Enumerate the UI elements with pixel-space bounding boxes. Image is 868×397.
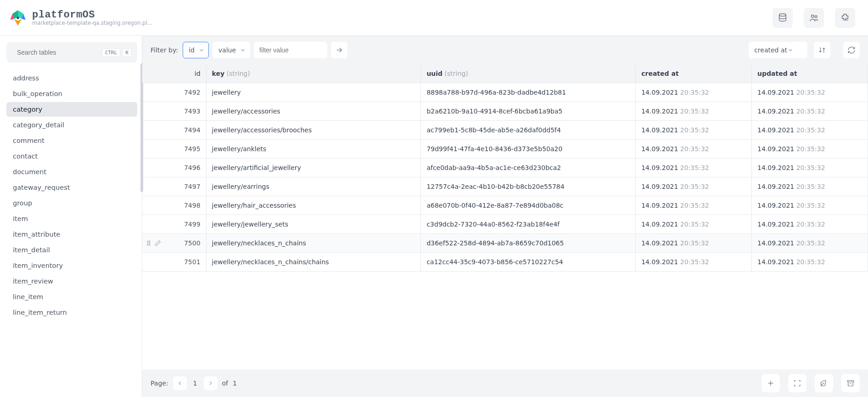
- cell-updated-at: 14.09.2021 20:35:32: [752, 121, 868, 140]
- sidebar-item-bulk_operation[interactable]: bulk_operation: [6, 86, 137, 101]
- sidebar-item-line_item_return[interactable]: line_item_return: [6, 305, 137, 320]
- cell-uuid: 8898a788-b97d-496a-823b-dadbe4d12b81: [421, 83, 636, 102]
- table-row[interactable]: 7498jewellery/hair_accessoriesa68e070b-0…: [142, 196, 868, 215]
- col-header-uuid[interactable]: uuid (string): [421, 64, 636, 83]
- data-grid[interactable]: idkey (string)uuid (string)created atupd…: [142, 64, 868, 369]
- prev-page-button[interactable]: [173, 376, 187, 390]
- cell-id: 7497: [142, 177, 206, 196]
- sidebar-item-item_inventory[interactable]: item_inventory: [6, 258, 137, 273]
- cell-created-at: 14.09.2021 20:35:32: [636, 140, 752, 159]
- cell-uuid: ca12cc44-35c9-4073-b856-ce5710227c54: [421, 253, 636, 272]
- filter-op-select[interactable]: value: [213, 42, 250, 58]
- cell-id: 7492: [142, 83, 206, 102]
- sidebar: CTRLK addressbulk_operationcategorycateg…: [0, 36, 142, 397]
- chevron-down-icon: [198, 47, 205, 53]
- apply-filter-button[interactable]: [331, 42, 347, 58]
- arrow-right-icon: [207, 380, 214, 386]
- content-panel: Filter by: id value created at: [142, 36, 868, 397]
- sort-select[interactable]: created at: [749, 42, 807, 58]
- cell-id: 7494: [142, 121, 206, 140]
- refresh-button[interactable]: [843, 42, 860, 58]
- expand-button[interactable]: [788, 374, 806, 392]
- svg-point-6: [149, 241, 150, 242]
- sidebar-item-group[interactable]: group: [6, 196, 137, 210]
- sidebar-item-item_review[interactable]: item_review: [6, 274, 137, 289]
- tables-list[interactable]: addressbulk_operationcategorycategory_de…: [6, 71, 137, 397]
- filter-by-label: Filter by:: [151, 46, 178, 54]
- cell-updated-at: 14.09.2021 20:35:32: [752, 253, 868, 272]
- cell-uuid: 79d99f41-47fa-4e10-8436-d373e5b50a20: [421, 140, 636, 159]
- search-tables-box[interactable]: CTRLK: [6, 42, 137, 62]
- cell-key: jewellery: [206, 83, 421, 102]
- cell-id: 7493: [142, 102, 206, 121]
- sidebar-item-line_item[interactable]: line_item: [6, 289, 137, 304]
- cell-key: jewellery/accessories/brooches: [206, 121, 421, 140]
- extension-button[interactable]: [835, 8, 855, 28]
- sidebar-item-item_attribute[interactable]: item_attribute: [6, 227, 137, 242]
- brand-subtitle: marketplace-template-qa.staging.oregon.p…: [32, 20, 152, 26]
- cell-updated-at: 14.09.2021 20:35:32: [752, 140, 868, 159]
- sort-direction-button[interactable]: [814, 42, 830, 58]
- table-row[interactable]: 7497jewellery/earrings12757c4a-2eac-4b10…: [142, 177, 868, 196]
- cell-id: 7498: [142, 196, 206, 215]
- sidebar-item-category_detail[interactable]: category_detail: [6, 118, 137, 132]
- svg-point-1: [779, 13, 786, 16]
- topbar: platformOS marketplace-template-qa.stagi…: [0, 0, 868, 36]
- sidebar-item-comment[interactable]: comment: [6, 133, 137, 148]
- cell-updated-at: 14.09.2021 20:35:32: [752, 196, 868, 215]
- svg-point-8: [149, 243, 150, 244]
- cell-uuid: d36ef522-258d-4894-ab7a-8659c70d1065: [421, 234, 636, 253]
- search-icon: [12, 48, 12, 57]
- sidebar-item-address[interactable]: address: [6, 71, 137, 85]
- database-button[interactable]: [773, 8, 793, 28]
- sort-icon: [818, 46, 826, 54]
- cell-id: 7495: [142, 140, 206, 159]
- svg-rect-11: [847, 380, 854, 382]
- filter-field-select[interactable]: id: [183, 42, 209, 58]
- sidebar-item-item_detail[interactable]: item_detail: [6, 243, 137, 257]
- col-header-key[interactable]: key (string): [206, 64, 421, 83]
- drag-icon[interactable]: [145, 239, 152, 247]
- filter-toolbar: Filter by: id value created at: [142, 36, 868, 64]
- svg-point-9: [147, 244, 148, 245]
- edit-icon[interactable]: [154, 239, 162, 247]
- table-row[interactable]: 7492jewellery8898a788-b97d-496a-823b-dad…: [142, 83, 868, 102]
- users-icon: [809, 13, 819, 23]
- table-row[interactable]: 7499jewellery/jewellery_setsc3d9dcb2-732…: [142, 215, 868, 234]
- svg-point-5: [147, 241, 148, 242]
- sidebar-item-gateway_request[interactable]: gateway_request: [6, 180, 137, 195]
- col-header-created-at[interactable]: created at: [636, 64, 752, 83]
- sidebar-item-item[interactable]: item: [6, 211, 137, 226]
- cell-id: 7499: [142, 215, 206, 234]
- cell-key: jewellery/hair_accessories: [206, 196, 421, 215]
- sidebar-item-category[interactable]: category: [6, 102, 137, 117]
- next-page-button[interactable]: [204, 376, 218, 390]
- eco-mode-button[interactable]: [815, 374, 833, 392]
- cell-created-at: 14.09.2021 20:35:32: [636, 196, 752, 215]
- brand-block[interactable]: platformOS marketplace-template-qa.stagi…: [8, 8, 152, 28]
- sidebar-item-document[interactable]: document: [6, 164, 137, 179]
- of-label: of: [222, 380, 229, 387]
- sidebar-item-contact[interactable]: contact: [6, 149, 137, 164]
- table-row[interactable]: 7495jewellery/anklets79d99f41-47fa-4e10-…: [142, 140, 868, 159]
- col-header-updated-at[interactable]: updated at: [752, 64, 868, 83]
- table-row[interactable]: 7496jewellery/artificial_jewelleryafce0d…: [142, 159, 868, 177]
- archive-button[interactable]: [841, 374, 860, 392]
- table-row[interactable]: 7501jewellery/necklaces_n_chains/chainsc…: [142, 253, 868, 272]
- database-icon: [778, 13, 788, 23]
- chevron-down-icon: [787, 47, 794, 53]
- table-row[interactable]: 7500jewellery/necklaces_n_chainsd36ef522…: [142, 234, 868, 253]
- users-button[interactable]: [804, 8, 824, 28]
- col-header-id[interactable]: id: [142, 64, 206, 83]
- search-input[interactable]: [16, 48, 98, 57]
- cell-created-at: 14.09.2021 20:35:32: [636, 102, 752, 121]
- table-row[interactable]: 7493jewellery/accessoriesb2a6210b-9a10-4…: [142, 102, 868, 121]
- cell-uuid: afce0dab-aa9a-4b5a-ac1e-ce63d230bca2: [421, 159, 636, 177]
- filter-value-input[interactable]: [254, 42, 327, 58]
- table-row[interactable]: 7494jewellery/accessories/broochesac799e…: [142, 121, 868, 140]
- add-row-button[interactable]: [762, 374, 780, 392]
- arrow-left-icon: [177, 380, 183, 386]
- archive-icon: [846, 379, 855, 387]
- total-pages: 1: [233, 380, 237, 387]
- extension-icon: [840, 13, 850, 23]
